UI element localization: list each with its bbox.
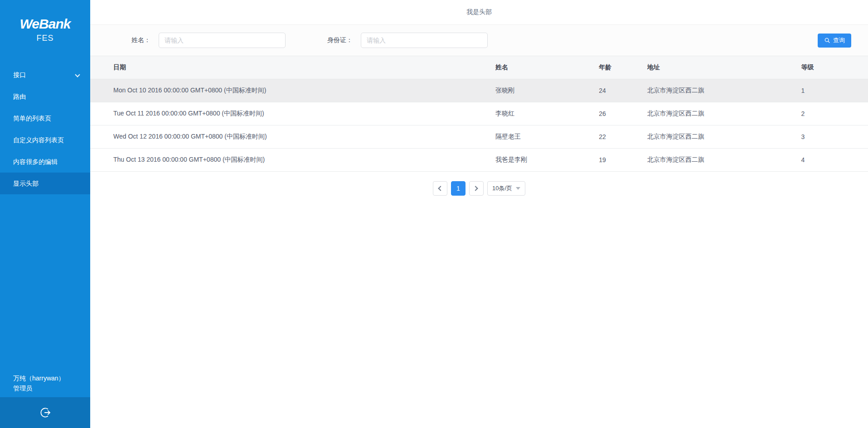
cell-level: 3 [801,125,868,149]
table-row[interactable]: Mon Oct 10 2016 00:00:00 GMT+0800 (中国标准时… [90,79,868,102]
column-header-name: 姓名 [495,56,599,79]
sidebar-item-label: 接口 [13,71,26,78]
sidebar-item-label: 显示头部 [13,180,39,187]
cell-address: 北京市海淀区西二旗 [647,102,801,125]
user-name: 万纯（harrywan） [13,373,90,383]
id-label: 身份证： [327,36,353,44]
sidebar-item-simple-list[interactable]: 简单的列表页 [0,107,90,129]
logout-icon[interactable] [38,405,53,420]
search-icon [824,37,830,43]
page-size-select[interactable]: 10条/页 [487,181,525,196]
user-role: 管理员 [13,383,90,393]
table-row[interactable]: Wed Oct 12 2016 00:00:00 GMT+0800 (中国标准时… [90,125,868,149]
sidebar-item-custom-list[interactable]: 自定义内容列表页 [0,129,90,151]
name-input[interactable] [159,33,286,48]
sidebar-item-api[interactable]: 接口 [0,64,90,86]
main-content: 我是头部 姓名： 身份证： 查询 日期 姓名 [90,0,868,428]
cell-age: 19 [599,149,647,172]
prev-page-button[interactable] [433,181,447,196]
query-button-label: 查询 [833,36,845,44]
page-header: 我是头部 [90,0,868,25]
sidebar-item-show-header[interactable]: 显示头部 [0,173,90,194]
caret-down-icon [516,187,520,190]
column-header-address: 地址 [647,56,801,79]
cell-level: 2 [801,102,868,125]
sidebar-item-label: 自定义内容列表页 [13,136,64,144]
cell-address: 北京市海淀区西二旗 [647,125,801,149]
cell-age: 22 [599,125,647,149]
logo-title: WeBank [0,16,90,32]
sidebar-item-label: 路由 [13,93,26,100]
cell-age: 24 [599,79,647,102]
cell-date: Mon Oct 10 2016 00:00:00 GMT+0800 (中国标准时… [90,79,495,102]
cell-age: 26 [599,102,647,125]
sidebar-footer [0,397,90,428]
cell-address: 北京市海淀区西二旗 [647,149,801,172]
sidebar-item-label: 简单的列表页 [13,115,51,122]
logo: WeBank FES [0,0,90,64]
table-row[interactable]: Tue Oct 11 2016 00:00:00 GMT+0800 (中国标准时… [90,102,868,125]
page-number-button[interactable]: 1 [451,181,466,196]
cell-name: 我爸是李刚 [495,149,599,172]
sidebar-item-rich-edit[interactable]: 内容很多的编辑 [0,151,90,173]
column-header-age: 年龄 [599,56,647,79]
logo-subtitle: FES [0,34,90,43]
column-header-level: 等级 [801,56,868,79]
chevron-down-icon [75,72,80,77]
page-title: 我是头部 [466,8,492,16]
sidebar-item-route[interactable]: 路由 [0,86,90,107]
cell-address: 北京市海淀区西二旗 [647,79,801,102]
table-header-row: 日期 姓名 年龄 地址 等级 [90,56,868,79]
id-input[interactable] [361,33,488,48]
pagination: 1 10条/页 [90,181,868,196]
column-header-date: 日期 [90,56,495,79]
user-block: 万纯（harrywan） 管理员 [0,373,90,393]
cell-date: Thu Oct 13 2016 00:00:00 GMT+0800 (中国标准时… [90,149,495,172]
cell-name: 张晓刚 [495,79,599,102]
query-button[interactable]: 查询 [818,34,851,48]
sidebar: WeBank FES 接口 路由 简单的列表页 自定义内容列表页 内容很多的编辑… [0,0,90,428]
search-bar: 姓名： 身份证： 查询 [90,25,868,56]
sidebar-menu: 接口 路由 简单的列表页 自定义内容列表页 内容很多的编辑 显示头部 [0,64,90,194]
table-row[interactable]: Thu Oct 13 2016 00:00:00 GMT+0800 (中国标准时… [90,149,868,172]
chevron-right-icon [473,186,478,191]
cell-level: 4 [801,149,868,172]
cell-date: Tue Oct 11 2016 00:00:00 GMT+0800 (中国标准时… [90,102,495,125]
name-label: 姓名： [131,36,150,44]
data-table: 日期 姓名 年龄 地址 等级 Mon Oct 10 2016 00:00:00 … [90,56,868,172]
cell-name: 隔壁老王 [495,125,599,149]
cell-name: 李晓红 [495,102,599,125]
app: WeBank FES 接口 路由 简单的列表页 自定义内容列表页 内容很多的编辑… [0,0,868,428]
chevron-left-icon [438,186,443,191]
page-size-value: 10条/页 [492,184,512,192]
cell-level: 1 [801,79,868,102]
cell-date: Wed Oct 12 2016 00:00:00 GMT+0800 (中国标准时… [90,125,495,149]
sidebar-item-label: 内容很多的编辑 [13,158,58,165]
next-page-button[interactable] [469,181,484,196]
